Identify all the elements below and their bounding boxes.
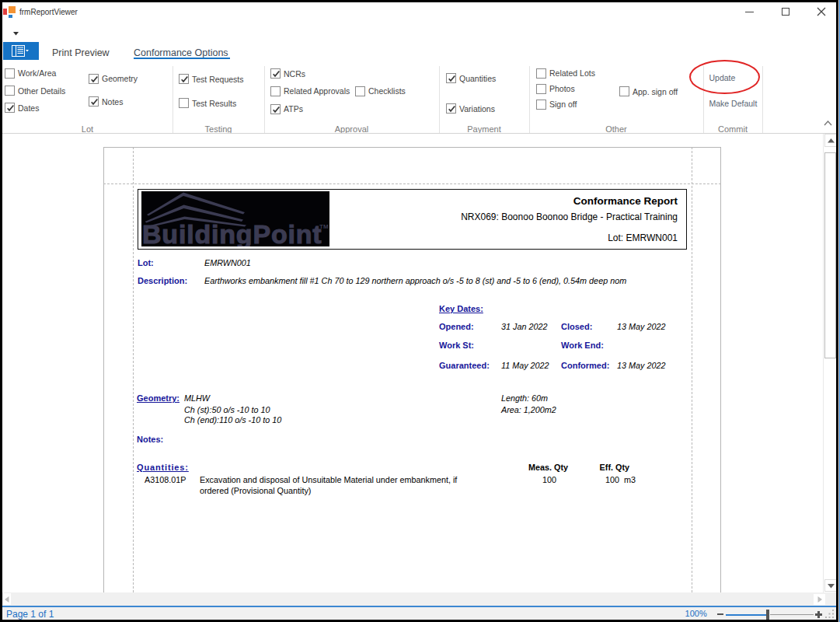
svg-text:BuildingPoint: BuildingPoint <box>142 219 321 246</box>
svg-text:TM: TM <box>319 223 329 230</box>
